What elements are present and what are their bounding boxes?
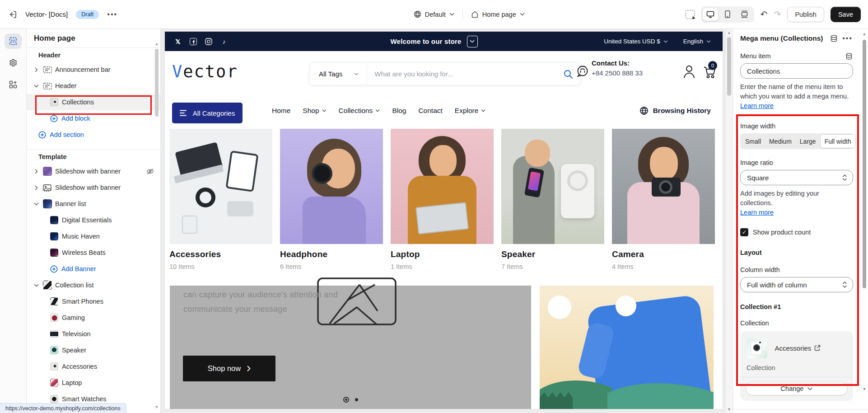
search-input[interactable]	[367, 70, 556, 78]
contact-phone[interactable]: +84 2500 888 33	[592, 69, 643, 77]
announcement-bar[interactable]: 𝕏 ♪ Welcome to our store United States U…	[165, 32, 723, 51]
browsing-history-button[interactable]: Browsing History	[639, 93, 711, 129]
theme-style-selector[interactable]: Default	[414, 10, 454, 18]
collection-image-headphone[interactable]	[280, 129, 383, 244]
tiktok-icon[interactable]: ♪	[220, 38, 228, 46]
sidebar-item-announcement-bar[interactable]: Announcement bar	[27, 61, 160, 78]
sidebar-item-television[interactable]: Television	[27, 326, 160, 342]
scroll-down-arrow[interactable]: ▼	[862, 387, 867, 391]
external-link-icon[interactable]	[814, 345, 821, 351]
scroll-up-arrow[interactable]: ▲	[726, 30, 733, 35]
nav-item-blog[interactable]: Blog	[392, 107, 406, 115]
add-section-button[interactable]: Add section	[27, 127, 160, 143]
collection-image-accessories[interactable]	[169, 129, 272, 244]
slideshow-slide[interactable]: can capture your audience's attention an…	[170, 286, 531, 409]
scroll-down-arrow[interactable]: ▼	[154, 405, 159, 409]
sidebar-item-slideshow-1[interactable]: Slideshow with banner	[27, 163, 160, 179]
twitter-x-icon[interactable]: 𝕏	[174, 38, 182, 46]
sidebar-item-header[interactable]: Header	[27, 78, 160, 94]
carousel-dot[interactable]	[355, 398, 358, 401]
desktop-preview-button[interactable]	[702, 8, 719, 21]
sidebar-scrollbar[interactable]: ▲ ▼	[154, 42, 159, 409]
scroll-up-arrow[interactable]: ▲	[154, 42, 159, 46]
sidebar-item-smart-phones[interactable]: Smart Phones	[27, 293, 160, 310]
language-selector[interactable]: English	[683, 38, 711, 45]
chevron-right-icon[interactable]	[33, 184, 40, 191]
sidebar-item-music-haven[interactable]: Music Haven	[27, 228, 160, 244]
sidebar-item-wireless-beats[interactable]: Wireless Beats	[27, 244, 160, 261]
scroll-up-arrow[interactable]: ▲	[862, 32, 867, 36]
image-width-option-full-width[interactable]: Full width	[820, 134, 856, 148]
sections-tab[interactable]	[5, 33, 22, 49]
sidebar-item-slideshow-2[interactable]: Slideshow with banner	[27, 179, 160, 196]
chevron-down-icon[interactable]	[33, 282, 40, 289]
contact-chat-icon[interactable]	[575, 64, 590, 79]
scrollbar-thumb[interactable]	[155, 49, 159, 117]
shop-now-button[interactable]: Shop now	[183, 356, 275, 381]
chevron-right-icon[interactable]	[33, 168, 40, 175]
dynamic-source-icon[interactable]	[845, 53, 853, 60]
sidebar-item-speaker[interactable]: Speaker	[27, 342, 160, 358]
show-product-count-checkbox-row[interactable]: ✓ Show product count	[740, 228, 853, 236]
nav-item-shop[interactable]: Shop	[303, 107, 326, 115]
collection-title[interactable]: Laptop	[391, 249, 494, 259]
collection-title[interactable]: Speaker	[501, 249, 604, 259]
collection-image-camera[interactable]	[612, 129, 715, 244]
learn-more-link[interactable]: Learn more	[740, 209, 774, 216]
currency-selector[interactable]: United States USD $	[604, 38, 668, 45]
nav-item-collections[interactable]: Collections	[339, 107, 380, 115]
sidebar-item-banner-list[interactable]: Banner list	[27, 196, 160, 212]
panel-more-icon[interactable]: •••	[842, 34, 853, 42]
collection-image-laptop[interactable]	[391, 129, 494, 244]
panel-scrollbar[interactable]: ▲ ▼	[862, 32, 867, 391]
preview-scrollbar[interactable]: ▲ ▼	[726, 29, 733, 413]
chevron-down-icon[interactable]	[33, 82, 40, 89]
mobile-preview-button[interactable]	[719, 8, 736, 21]
menu-item-input[interactable]	[740, 63, 853, 79]
default-settings-icon[interactable]	[830, 35, 838, 42]
instagram-icon[interactable]	[205, 38, 213, 46]
chevron-down-icon[interactable]	[33, 200, 40, 207]
chevron-right-icon[interactable]	[33, 66, 40, 73]
carousel-dot-active[interactable]	[343, 397, 349, 403]
nav-item-home[interactable]: Home	[272, 107, 290, 115]
sidebar-item-gaming[interactable]: Gaming	[27, 310, 160, 326]
scrollbar-thumb[interactable]	[863, 40, 866, 288]
sidebar-item-collection-list[interactable]: Collection list	[27, 277, 160, 293]
checkbox-checked-icon[interactable]: ✓	[740, 228, 748, 236]
undo-icon[interactable]: ↶	[761, 9, 768, 19]
account-icon[interactable]	[682, 64, 696, 79]
collection-title[interactable]: Camera	[612, 249, 715, 259]
sidebar-item-accessories[interactable]: Accessories	[27, 358, 160, 375]
announcement-dropdown-icon[interactable]	[467, 36, 478, 47]
collection-image-speaker[interactable]	[501, 129, 604, 244]
image-ratio-select[interactable]: Square	[740, 170, 853, 185]
image-width-option-large[interactable]: Large	[796, 134, 820, 148]
inspector-icon[interactable]	[686, 10, 695, 19]
change-collection-button[interactable]: Change	[746, 382, 848, 395]
slideshow-illustration[interactable]	[540, 286, 714, 409]
more-actions-icon[interactable]: •••	[107, 10, 117, 19]
facebook-icon[interactable]	[189, 38, 197, 46]
learn-more-link[interactable]: Learn more	[740, 102, 774, 109]
scrollbar-thumb[interactable]	[727, 37, 731, 96]
theme-settings-tab[interactable]	[5, 55, 22, 70]
all-categories-button[interactable]: All Categories	[172, 103, 243, 123]
collection-title[interactable]: Headphone	[280, 249, 383, 259]
scroll-down-arrow[interactable]: ▼	[726, 407, 733, 412]
save-button[interactable]: Save	[831, 7, 861, 22]
nav-item-contact[interactable]: Contact	[418, 107, 442, 115]
search-tags-filter[interactable]: All Tags	[310, 70, 367, 78]
app-embeds-tab[interactable]	[5, 77, 22, 92]
fullscreen-preview-button[interactable]	[737, 8, 753, 21]
add-block-button[interactable]: Add block	[27, 110, 160, 127]
image-width-option-medium[interactable]: Medium	[765, 134, 796, 148]
sidebar-item-laptop[interactable]: Laptop	[27, 375, 160, 391]
sidebar-item-digital-essentials[interactable]: Digital Essentials	[27, 212, 160, 228]
nav-item-explore[interactable]: Explore	[455, 107, 486, 115]
exit-editor-icon[interactable]	[8, 10, 17, 19]
sidebar-item-collections[interactable]: Collections	[27, 94, 160, 110]
hidden-eye-slash-icon[interactable]	[146, 168, 154, 175]
collection-title[interactable]: Accessories	[169, 249, 272, 259]
redo-icon[interactable]: ↷	[774, 9, 781, 19]
